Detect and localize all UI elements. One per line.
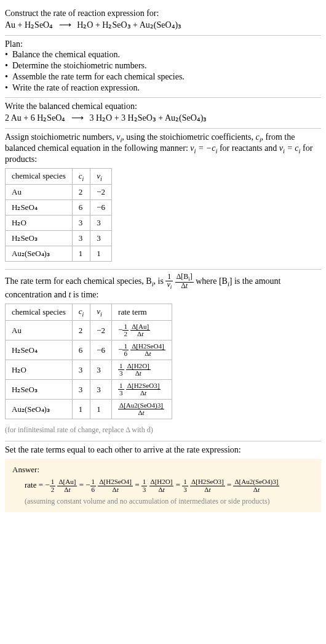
plan-title: Plan: [5,39,321,49]
text: for reactants and [217,143,279,153]
balanced-title: Write the balanced chemical equation: [5,102,321,111]
delta-frac: Δ[H2SeO3]Δt [126,382,161,396]
coef-frac: 16 [122,343,129,357]
cell-c: 2 [72,320,90,340]
col-c: ci [72,168,90,185]
text: , using the stoichiometric coefficients, [122,132,255,142]
table-row: H₂O 3 3 13 Δ[H2O]Δt [6,360,172,380]
col-v: νi [90,304,112,321]
bullet-icon: • [5,72,12,82]
cell-v: 3 [90,215,112,231]
table-row: Au2−2 [6,185,112,200]
cell-c: 3 [72,215,90,231]
table-row: H₂SeO₄6−6 [6,200,112,215]
equals: = [176,480,180,489]
cell-species: Au [6,320,73,340]
col-rate: rate term [112,304,172,321]
text: where [B [196,276,228,286]
table-row: H₂SeO₃33 [6,231,112,246]
cell-v: −6 [90,200,112,215]
cell-species: H₂SeO₃ [6,231,73,246]
equals: = [135,480,139,489]
cell-rate: 13 Δ[H2O]Δt [112,360,172,380]
coef-frac: 16 [90,478,97,493]
cell-species: Au₂(SeO₄)₃ [6,246,73,262]
sign: − [118,345,122,354]
coef-frac: 12 [50,478,56,493]
cell-species: Au [6,185,73,200]
cell-species: H₂O [6,360,73,380]
rateterm-intro: The rate term for each chemical species,… [5,273,321,300]
delta-frac: Δ[H2SeO4]Δt [130,343,165,357]
relation-reactants: νi = −ci [190,143,217,153]
coef-frac: 12 [122,323,129,337]
cell-c: 3 [72,380,90,400]
col-species: chemical species [6,304,73,321]
delta-frac: Δ[Au]Δt [57,478,77,493]
delta-frac: Δ[Au2(SeO4)3]Δt [233,478,279,493]
cell-species: Au₂(SeO₄)₃ [6,400,73,419]
plan-item: •Write the rate of reaction expression. [5,83,321,94]
sign: − [45,480,49,489]
answer-label: Answer: [12,465,314,478]
prompt-title: Construct the rate of reaction expressio… [5,9,321,18]
table-row: H₂SeO₃ 3 3 13 Δ[H2SeO3]Δt [6,380,172,400]
plan-item-text: Assemble the rate term for each chemical… [12,72,185,82]
rateterm-section: The rate term for each chemical species,… [5,270,321,441]
cell-v: −2 [90,320,112,340]
plan-item: •Balance the chemical equation. [5,49,321,60]
sign: − [85,480,90,489]
bullet-icon: • [5,50,12,60]
delta-frac: Δ[Au]Δt [130,323,150,337]
plan-item-text: Write the rate of reaction expression. [12,83,140,93]
text: is time: [71,290,98,299]
stoich-table: chemical species ci νi Au2−2 H₂SeO₄6−6 H… [5,168,112,262]
cell-c: 6 [72,340,90,360]
final-section: Set the rate terms equal to each other t… [5,441,321,515]
table-header-row: chemical species ci νi rate term [6,304,172,321]
plan-item-text: Determine the stoichiometric numbers. [12,61,147,71]
equals: = [39,480,43,489]
text: , is [154,276,166,286]
nu-symbol: νi [116,132,122,142]
table-row: Au 2 −2 −12 Δ[Au]Δt [6,320,172,340]
balanced-rhs: 3 H₂O + 3 H₂SeO₃ + Au₂(SeO₄)₃ [89,113,207,123]
rate-expression: rate = −12 Δ[Au]Δt = −16 Δ[H2SeO4]Δt = 1… [12,478,314,493]
balanced-equation: 2 Au + 6 H₂SeO₄ ⟶ 3 H₂O + 3 H₂SeO₃ + Au₂… [5,111,321,124]
cell-v: 3 [90,380,112,400]
table-row: Au₂(SeO₄)₃ 1 1 Δ[Au2(SeO4)3]Δt [6,400,172,419]
stoich-section: Assign stoichiometric numbers, νi, using… [5,129,321,270]
delta-frac: Δ[H2SeO3]Δt [190,478,225,493]
plan-item-text: Balance the chemical equation. [12,50,120,60]
coef-frac: 13 [182,478,188,493]
table-row: H₂SeO₄ 6 −6 −16 Δ[H2SeO4]Δt [6,340,172,360]
rate-label: rate [25,480,36,489]
coef-frac: 13 [141,478,148,493]
sign: − [118,325,122,334]
cell-rate: 13 Δ[H2SeO3]Δt [112,380,172,400]
arrow-icon: ⟶ [55,20,75,30]
rateterm-table: chemical species ci νi rate term Au 2 −2… [5,304,172,419]
equals: = [227,480,231,489]
text: The rate term for each chemical species,… [5,276,152,286]
cell-rate: −12 Δ[Au]Δt [112,320,172,340]
cell-c: 3 [72,360,90,380]
cell-v: −2 [90,185,112,200]
cell-v: 1 [90,400,112,419]
plan-item: •Assemble the rate term for each chemica… [5,71,321,83]
balanced-lhs: 2 Au + 6 H₂SeO₄ [5,113,65,123]
table-row: Au₂(SeO₄)₃11 [6,246,112,262]
equals: = [79,480,84,489]
eq-lhs: Au + H₂SeO₄ [5,20,53,30]
text: Assign stoichiometric numbers, [5,132,116,142]
cell-c: 2 [72,185,90,200]
assumption-note: (assuming constant volume and no accumul… [12,493,314,506]
prompt-section: Construct the rate of reaction expressio… [5,5,321,36]
plan-section: Plan: •Balance the chemical equation. •D… [5,36,321,98]
bullet-icon: • [5,83,12,93]
delta-frac: Δ[H2SeO4]Δt [98,478,133,493]
col-c: ci [72,304,90,321]
coef-frac: 13 [118,363,124,377]
delta-frac: Δ[H2O]Δt [126,363,151,377]
stoich-intro: Assign stoichiometric numbers, νi, using… [5,132,321,164]
